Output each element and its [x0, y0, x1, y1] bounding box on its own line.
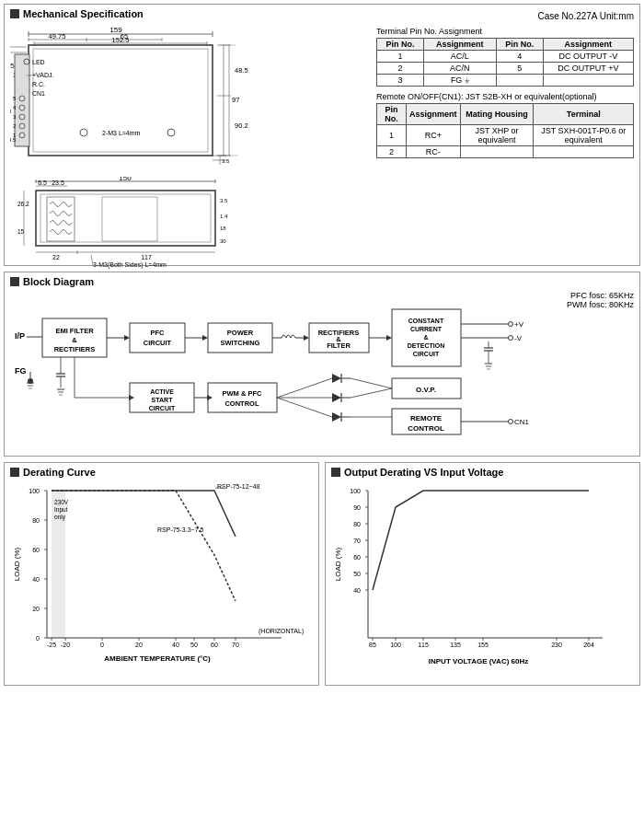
cell: JST XHP or equivalent	[460, 125, 534, 146]
svg-text:23.5: 23.5	[52, 179, 64, 186]
svg-text:0: 0	[36, 635, 40, 642]
svg-text:49.75: 49.75	[49, 32, 66, 40]
cell: 2	[377, 63, 424, 75]
svg-text:0: 0	[100, 642, 104, 648]
cell: 3	[377, 75, 424, 87]
svg-text:117: 117	[141, 254, 152, 260]
th-assign: Assignment	[407, 104, 461, 125]
derating-curve-section: Derating Curve LOAD (%) 100 80 60 40	[4, 462, 319, 686]
svg-text:155: 155	[477, 642, 489, 648]
svg-marker-111	[202, 335, 208, 341]
th-assign2: Assignment	[543, 39, 633, 51]
th-housing: Mating Housing	[460, 104, 534, 125]
svg-text:&: &	[72, 336, 77, 344]
svg-line-160	[277, 378, 332, 398]
svg-text:60: 60	[353, 554, 361, 561]
svg-point-156	[509, 420, 513, 424]
svg-text:LOAD (%): LOAD (%)	[334, 547, 342, 581]
case-info: Case No.227A Unit:mm	[538, 11, 635, 21]
terminal-table-title: Terminal Pin No. Assignment	[376, 27, 634, 36]
output-derating-header: Output Derating VS Input Voltage	[331, 467, 634, 478]
svg-text:85: 85	[369, 642, 376, 648]
svg-text:230: 230	[551, 642, 562, 648]
derating-chart-svg: LOAD (%) 100 80 60 40 20 0 -25 -20	[10, 481, 305, 679]
svg-text:150: 150	[119, 177, 132, 182]
th-pin2: Pin No.	[496, 39, 543, 51]
svg-text:18: 18	[220, 226, 226, 231]
svg-text:40: 40	[353, 587, 361, 594]
svg-text:70: 70	[353, 538, 361, 544]
cell: DC OUTPUT +V	[543, 63, 633, 75]
mech-spec-title: Mechanical Specification	[23, 8, 144, 19]
svg-text:CONTROL: CONTROL	[408, 424, 444, 433]
svg-text:100: 100	[350, 488, 361, 494]
pfc-info: PFC fosc: 65KHz PWM fosc: 80KHz	[567, 291, 634, 309]
cell: 4	[496, 51, 543, 63]
svg-text:90: 90	[353, 504, 361, 511]
svg-text:100: 100	[390, 642, 401, 648]
svg-text:-V: -V	[514, 334, 523, 342]
svg-text:8: 8	[10, 109, 12, 114]
cell: 1	[377, 125, 407, 146]
svg-text:15: 15	[17, 228, 25, 235]
svg-text:3.5: 3.5	[220, 198, 228, 203]
header-square	[10, 468, 19, 477]
pfc-line2: PWM fosc: 80KHz	[567, 300, 634, 309]
mech-drawings: 159 49.75 65 152.5	[10, 27, 369, 260]
derating-title: Derating Curve	[23, 467, 96, 478]
svg-text:+V: +V	[514, 320, 524, 329]
svg-text:90.2: 90.2	[235, 121, 248, 130]
svg-rect-1	[33, 49, 208, 152]
svg-rect-112	[208, 323, 272, 353]
svg-text:26.2: 26.2	[17, 201, 29, 207]
svg-marker-217	[52, 491, 65, 638]
svg-text:9.5: 9.5	[10, 137, 17, 143]
svg-text:CIRCUIT: CIRCUIT	[149, 405, 176, 411]
cell: 5	[496, 63, 543, 75]
svg-text:40: 40	[172, 642, 179, 648]
svg-point-131	[509, 322, 513, 327]
svg-text:3-M3(Both Sides) L=4mm: 3-M3(Both Sides) L=4mm	[93, 261, 167, 269]
svg-text:264: 264	[583, 642, 594, 648]
th-pin: Pin No.	[377, 104, 407, 125]
svg-marker-177	[129, 395, 134, 400]
svg-text:FG: FG	[15, 366, 27, 376]
svg-rect-107	[130, 323, 185, 353]
svg-text:CIRCUIT: CIRCUIT	[413, 351, 440, 357]
svg-marker-106	[124, 335, 130, 341]
remote-pin-table: Pin No. Assignment Mating Housing Termin…	[376, 103, 634, 158]
svg-text:152.5: 152.5	[112, 36, 130, 44]
svg-text:97: 97	[232, 96, 239, 104]
top-view: 159 49.75 65 152.5	[10, 27, 249, 169]
svg-text:CN1: CN1	[32, 90, 45, 97]
bottom-section: Derating Curve LOAD (%) 100 80 60 40	[4, 462, 640, 686]
svg-text:RSP-75-3.3~7.5: RSP-75-3.3~7.5	[157, 526, 203, 533]
terminal-pin-table: Pin No. Assignment Pin No. Assignment 1 …	[376, 38, 634, 87]
svg-text:LED: LED	[32, 59, 45, 65]
table-row: 1 RC+ JST XHP or equivalent JST SXH-001T…	[377, 125, 634, 146]
svg-text:ACTIVE: ACTIVE	[150, 388, 174, 395]
svg-rect-60	[47, 197, 75, 241]
th-pin1: Pin No.	[377, 39, 424, 51]
pfc-line1: PFC fosc: 65KHz	[567, 291, 634, 300]
block-diagram-header: Block Diagram	[10, 276, 634, 287]
svg-point-51	[80, 129, 87, 136]
svg-text:80: 80	[32, 517, 40, 524]
svg-point-134	[509, 336, 513, 341]
svg-text:115: 115	[418, 642, 429, 648]
svg-text:&: &	[423, 334, 428, 341]
svg-text:50: 50	[353, 571, 361, 577]
output-derating-title: Output Derating VS Input Voltage	[344, 467, 503, 478]
header-square	[10, 9, 19, 18]
svg-text:RSP-75-12~48: RSP-75-12~48	[217, 483, 260, 490]
svg-text:PFC: PFC	[151, 329, 166, 337]
svg-marker-159	[207, 395, 213, 400]
table-row: 2 RC-	[377, 146, 634, 158]
header-square	[331, 468, 340, 477]
cell: 2	[377, 146, 407, 158]
cell: AC/N	[424, 63, 497, 75]
svg-marker-166	[332, 393, 341, 402]
svg-text:20: 20	[135, 642, 143, 648]
top-view-svg: 159 49.75 65 152.5	[10, 27, 254, 172]
svg-marker-123	[386, 335, 392, 341]
